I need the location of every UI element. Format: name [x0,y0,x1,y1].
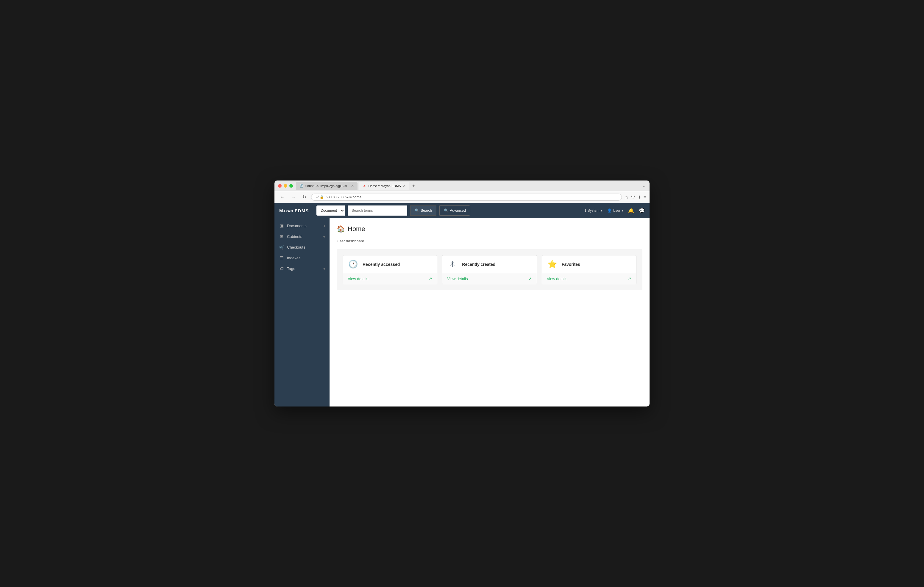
search-btn-icon: 🔍 [415,209,419,213]
user-menu[interactable]: 👤 User ▾ [607,209,623,213]
sidebar-item-tags-label: Tags [287,266,320,271]
bookmark-icon[interactable]: ☆ [625,195,629,199]
address-actions: ☆ 🛡 ⬇ ≡ [625,195,646,199]
notifications-icon[interactable]: 🔔 [628,208,634,214]
system-label: System [587,209,599,213]
address-bar: ← → ↻ 🛡 🔒 68.183.233.57/#/home/ ☆ 🛡 ⬇ ≡ [274,191,650,203]
favorites-title: Favorites [562,262,580,267]
recently-accessed-card[interactable]: 🕐 Recently accessed View details ↗ [343,255,437,284]
favorites-footer: View details ↗ [542,273,636,284]
advanced-btn-label: Advanced [450,209,465,213]
app-container: Mayan EDMS Document 🔍 Search 🔍 Advanced … [274,203,650,406]
user-icon: 👤 [607,209,612,213]
navbar-right: ℹ System ▾ 👤 User ▾ 🔔 💬 [585,208,645,214]
sidebar-item-checkouts-label: Checkouts [287,245,325,250]
recently-created-footer: View details ↗ [442,273,536,284]
advanced-button[interactable]: 🔍 Advanced [439,206,470,215]
maximize-window-button[interactable] [289,184,293,187]
content-area: 🏠 Home User dashboard 🕐 Recently accesse… [330,218,650,406]
title-bar: 🔄 ubuntu-s-1vcpu-2gb-sgp1-01 · ✕ 🔺 Home … [274,181,650,191]
search-input[interactable] [348,206,407,215]
app-brand: Mayan EDMS [279,208,314,213]
search-type-select[interactable]: Document [317,206,345,215]
tags-arrow: ◂ [323,267,325,271]
recently-accessed-title: Recently accessed [363,262,400,267]
security-icon: 🛡 🔒 [315,195,324,199]
new-tab-button[interactable]: + [411,183,417,189]
checkouts-icon: 🛒 [279,245,284,250]
tab-ubuntu-close[interactable]: ✕ [351,184,354,188]
star-icon: ⭐ [547,260,558,269]
recently-accessed-external-icon: ↗ [429,276,432,281]
favorites-view-details[interactable]: View details [547,276,568,281]
tab-mayan-label: Home :: Mayan EDMS [368,184,401,187]
url-text: 68.183.233.57/#/home/ [326,195,617,199]
reload-button[interactable]: ↻ [301,194,308,201]
recently-created-title: Recently created [462,262,495,267]
recently-created-view-details[interactable]: View details [447,276,468,281]
search-button[interactable]: 🔍 Search [410,206,436,215]
asterisk-icon: ✳ [447,260,458,269]
tabs-bar: 🔄 ubuntu-s-1vcpu-2gb-sgp1-01 · ✕ 🔺 Home … [296,182,642,190]
sidebar-item-cabinets-label: Cabinets [287,234,320,239]
system-icon: ℹ [585,209,586,213]
favorites-card[interactable]: ⭐ Favorites View details ↗ [542,255,637,284]
system-caret: ▾ [601,209,602,213]
system-menu[interactable]: ℹ System ▾ [585,209,602,213]
tab-mayan-icon: 🔺 [362,184,366,187]
page-title-row: 🏠 Home [337,225,642,233]
recently-created-card[interactable]: ✳ Recently created View details ↗ [442,255,537,284]
home-icon: 🏠 [337,225,345,233]
tab-mayan-close[interactable]: ✕ [403,184,406,188]
main-layout: ▣ Documents ◂ ⊞ Cabinets ◂ 🛒 Checkouts [274,218,650,406]
recently-created-external-icon: ↗ [528,276,532,281]
tab-mayan[interactable]: 🔺 Home :: Mayan EDMS ✕ [359,182,409,190]
traffic-lights [278,184,293,187]
sidebar-item-indexes-label: Indexes [287,256,325,260]
sidebar: ▣ Documents ◂ ⊞ Cabinets ◂ 🛒 Checkouts [274,218,330,406]
tab-ubuntu[interactable]: 🔄 ubuntu-s-1vcpu-2gb-sgp1-01 · ✕ [296,182,358,190]
download-icon[interactable]: ⬇ [638,195,641,199]
sidebar-item-indexes[interactable]: ☰ Indexes [274,252,330,263]
favorites-header: ⭐ Favorites [542,255,636,273]
tags-icon: 🏷 [279,266,284,271]
dashboard-cards: 🕐 Recently accessed View details ↗ [343,255,637,284]
documents-arrow: ◂ [323,224,325,228]
indexes-icon: ☰ [279,255,284,260]
back-button[interactable]: ← [278,194,286,201]
recently-created-header: ✳ Recently created [442,255,536,273]
brand-text: Mayan EDMS [279,208,309,213]
messages-icon[interactable]: 💬 [639,208,645,214]
recently-accessed-view-details[interactable]: View details [348,276,368,281]
close-window-button[interactable] [278,184,282,187]
cabinets-arrow: ◂ [323,235,325,238]
documents-icon: ▣ [279,223,284,228]
menu-icon[interactable]: ≡ [644,195,646,199]
sidebar-item-cabinets[interactable]: ⊞ Cabinets ◂ [274,231,330,242]
user-caret: ▾ [622,209,623,213]
url-bar[interactable]: 🛡 🔒 68.183.233.57/#/home/ [311,194,622,201]
favorites-external-icon: ↗ [628,276,631,281]
dashboard-background: 🕐 Recently accessed View details ↗ [337,249,642,290]
tab-ubuntu-icon: 🔄 [299,184,304,187]
search-btn-label: Search [421,209,432,213]
tab-ubuntu-label: ubuntu-s-1vcpu-2gb-sgp1-01 · [305,184,349,187]
minimize-window-button[interactable] [284,184,287,187]
cabinets-icon: ⊞ [279,234,284,239]
window-controls: ⌄ [642,184,646,188]
page-title: Home [348,225,365,233]
user-label: User [613,209,620,213]
forward-button[interactable]: → [289,194,298,201]
browser-window: 🔄 ubuntu-s-1vcpu-2gb-sgp1-01 · ✕ 🔺 Home … [274,181,650,406]
recently-accessed-header: 🕐 Recently accessed [343,255,437,273]
recently-accessed-footer: View details ↗ [343,273,437,284]
top-navbar: Mayan EDMS Document 🔍 Search 🔍 Advanced … [274,203,650,218]
sidebar-item-documents[interactable]: ▣ Documents ◂ [274,220,330,231]
dashboard-subtitle: User dashboard [337,239,642,243]
sidebar-item-checkouts[interactable]: 🛒 Checkouts [274,242,330,252]
clock-icon: 🕐 [348,260,358,269]
sidebar-item-documents-label: Documents [287,224,320,228]
advanced-btn-icon: 🔍 [444,209,448,213]
sidebar-item-tags[interactable]: 🏷 Tags ◂ [274,263,330,274]
shield-icon[interactable]: 🛡 [631,195,635,199]
